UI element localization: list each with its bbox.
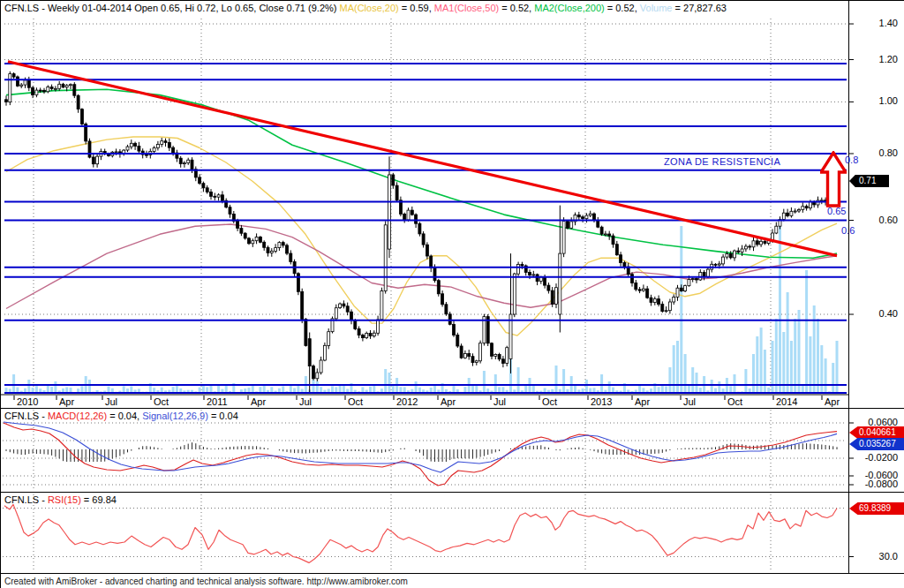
macd-panel-title: CFN.LS - MACD(12,26) = 0.04, Signal(12,2… bbox=[4, 411, 238, 421]
volume-title-value: = 27,827.63 bbox=[672, 3, 726, 13]
ma20-title-label: MA(Close,20) bbox=[340, 3, 399, 13]
up-arrow-annotation bbox=[820, 151, 847, 207]
ma200-title-value: = 0.52, bbox=[605, 3, 640, 13]
rsi-label: RSI(15) bbox=[48, 494, 81, 505]
rsi-panel-title: CFN.LS - RSI(15) = 69.84 bbox=[4, 494, 117, 505]
macd-symbol: CFN.LS - bbox=[4, 411, 48, 421]
macd-value: = 0.04, bbox=[107, 411, 142, 421]
main-chart-title: CFN.LS - Weekly 01-04-2014 Open 0.65, Hi… bbox=[4, 3, 727, 13]
signal-value: = 0.04 bbox=[208, 411, 238, 421]
ma50-title-value: = 0.52, bbox=[499, 3, 534, 13]
ma200-title-label: MA2(Close,200) bbox=[534, 3, 604, 13]
ma50-title-label: MA1(Close,50) bbox=[434, 3, 499, 13]
last-price-tag: 0.71 bbox=[849, 175, 889, 187]
ohlc-summary: CFN.LS - Weekly 01-04-2014 Open 0.65, Hi… bbox=[4, 3, 340, 13]
macd-label: MACD(12,26) bbox=[48, 411, 107, 421]
macd-value-tag: 0.040661 bbox=[849, 426, 904, 439]
level-label-0.8: 0.8 bbox=[845, 155, 858, 165]
resistance-zone-label: ZONA DE RESISTENCIA bbox=[664, 156, 780, 167]
rsi-value-tag: 69.8389 bbox=[849, 502, 904, 515]
ma20-title-value: = 0.59, bbox=[399, 3, 434, 13]
rsi-value: = 69.84 bbox=[81, 494, 117, 505]
signal-value-tag: 0.035267 bbox=[849, 438, 904, 450]
footer-credit: Created with AmiBroker - advanced charti… bbox=[4, 577, 408, 586]
chart-canvas[interactable] bbox=[1, 1, 904, 588]
rsi-symbol: CFN.LS - bbox=[4, 494, 48, 505]
up-arrow-icon bbox=[820, 151, 847, 207]
signal-label: Signal(12,26,9) bbox=[142, 411, 208, 421]
amibroker-chart-window: CFN.LS - Weekly 01-04-2014 Open 0.65, Hi… bbox=[0, 0, 904, 588]
level-label-0.6: 0.6 bbox=[841, 225, 855, 236]
volume-title-label: Volume bbox=[640, 3, 673, 13]
